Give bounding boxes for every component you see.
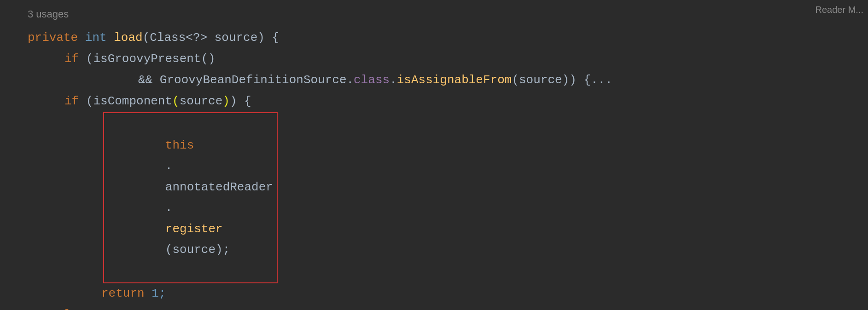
keyword-int: int — [85, 28, 107, 49]
code-editor: Reader M... 3 usages private int load (C… — [0, 0, 868, 310]
line4-call-start: (isComponent — [79, 91, 172, 112]
value-1: 1; — [151, 283, 166, 304]
class-ref: GroovyBeanDefinitionSource — [160, 70, 347, 91]
keyword-if-2: if — [64, 91, 79, 112]
code-line-4: if (isComponent ( source ) ) { — [28, 91, 840, 112]
space5 — [145, 283, 152, 304]
highlighted-statement: this . annotatedReader . register (sourc… — [103, 112, 278, 283]
keyword-return-1: return — [101, 283, 145, 304]
space1 — [78, 28, 85, 49]
dot4: . — [165, 201, 173, 215]
param-source: source — [180, 91, 223, 112]
code-line-3: && GroovyBeanDefinitionSource . class . … — [28, 70, 840, 91]
keyword-if-1: if — [64, 49, 79, 70]
line5-args: (source); — [165, 243, 230, 257]
operator-and: && — [138, 70, 152, 91]
code-line-6: return 1; — [28, 283, 840, 304]
keyword-this: this — [165, 138, 194, 152]
method-load: load — [114, 28, 142, 49]
code-line-5-highlighted: this . annotatedReader . register (sourc… — [28, 112, 840, 283]
dot1: . — [347, 70, 354, 91]
dot2: . — [390, 70, 397, 91]
space4 — [152, 70, 160, 91]
line3-rest: (source)) {... — [512, 70, 612, 91]
code-line-7: } — [28, 304, 840, 310]
dot3: . — [165, 159, 173, 173]
paren-open: ( — [172, 91, 180, 112]
code-block: private int load (Class<?> source) { if … — [0, 28, 868, 310]
reader-label: Reader M... — [816, 5, 863, 15]
space3 — [79, 49, 86, 70]
paren-close: ) — [222, 91, 230, 112]
code-line-1: private int load (Class<?> source) { — [28, 28, 840, 49]
method-assignable: isAssignableFrom — [397, 70, 512, 91]
method-register: register — [165, 222, 223, 236]
keyword-class: class — [354, 70, 390, 91]
line4-end: ) { — [230, 91, 251, 112]
keyword-private: private — [28, 28, 78, 49]
usages-header: 3 usages — [0, 5, 868, 28]
line1-rest: (Class<?> source) { — [143, 28, 279, 49]
field-annotated: annotatedReader — [165, 180, 273, 194]
code-line-2: if (isGroovyPresent() — [28, 49, 840, 70]
brace-close-1: } — [64, 304, 72, 310]
space2 — [107, 28, 114, 49]
line2-call: (isGroovyPresent() — [86, 49, 216, 70]
